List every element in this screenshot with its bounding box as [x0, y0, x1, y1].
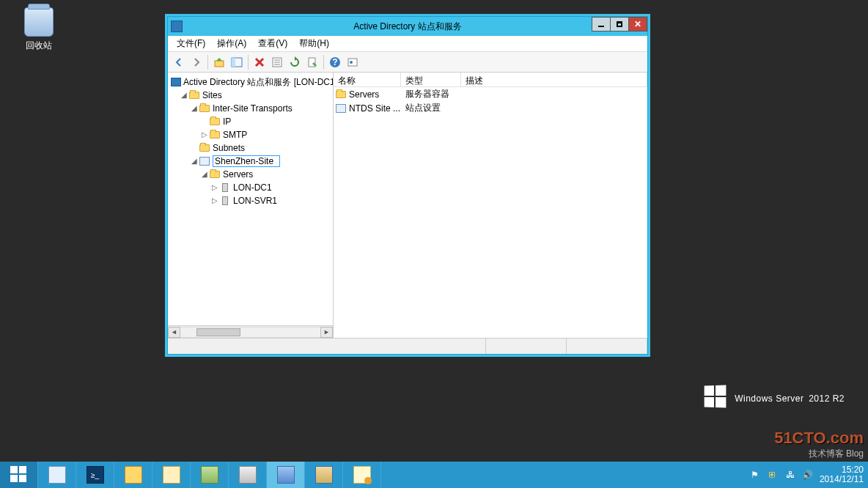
column-desc[interactable]: 描述	[461, 73, 647, 86]
show-hide-tree-button[interactable]	[229, 54, 245, 70]
tree-root[interactable]: Active Directory 站点和服务 [LON-DC1.ad	[169, 75, 333, 89]
branding-text: Windows Server 2012 R2	[735, 387, 845, 406]
titlebar[interactable]: Active Directory 站点和服务 ✕	[168, 17, 647, 36]
recycle-bin-icon	[24, 7, 54, 37]
tree-smtp[interactable]: ▷ SMTP	[169, 128, 333, 141]
taskbar-powershell[interactable]: ≥_	[76, 462, 114, 488]
column-name[interactable]: 名称	[334, 73, 401, 86]
taskbar-app-1[interactable]	[152, 462, 191, 488]
tree-shenzhen-site[interactable]: ◢	[169, 155, 333, 168]
tray-clock[interactable]: 15:20 2014/12/11	[820, 465, 864, 484]
list-body: Servers 服务器容器 NTDS Site ... 站点设置	[334, 87, 647, 338]
row-name: Servers	[349, 89, 379, 100]
forward-button[interactable]	[188, 54, 205, 70]
windows-server-branding: Windows Server 2012 R2	[704, 385, 845, 407]
window-title: Active Directory 站点和服务	[168, 21, 647, 33]
minimize-button[interactable]	[592, 17, 611, 32]
menu-action[interactable]: 操作(A)	[211, 35, 252, 52]
settings-button[interactable]	[345, 54, 361, 70]
menu-view[interactable]: 查看(V)	[252, 35, 293, 52]
tree-ip[interactable]: IP	[169, 115, 333, 128]
tree-lon-dc1[interactable]: ▷ LON-DC1	[169, 181, 333, 194]
tree-sites[interactable]: ◢ Sites	[169, 89, 333, 102]
taskbar-app-6[interactable]	[343, 462, 381, 488]
tree-pane[interactable]: Active Directory 站点和服务 [LON-DC1.ad ◢ Sit…	[168, 73, 334, 338]
watermark-line1: 51CTO.com	[774, 429, 864, 448]
status-section-1	[168, 339, 486, 354]
maximize-button[interactable]	[610, 17, 629, 32]
watermark-line2: 技术博客 Blog	[774, 448, 864, 460]
taskbar: ≥_ ⚑ ⛨ 🖧 🔊 15:20 2014/12/11	[0, 462, 868, 488]
tree-ip-label: IP	[223, 115, 231, 128]
tray-sound-icon[interactable]: 🔊	[802, 469, 814, 481]
tree-servers[interactable]: ◢ Servers	[169, 168, 333, 181]
taskbar-app-2[interactable]	[191, 462, 229, 488]
export-button[interactable]	[304, 54, 320, 70]
tree-subnets-label: Subnets	[213, 141, 245, 155]
list-item[interactable]: NTDS Site ... 站点设置	[334, 101, 647, 115]
menubar: 文件(F) 操作(A) 查看(V) 帮助(H)	[168, 36, 647, 52]
scroll-thumb[interactable]	[196, 328, 240, 336]
scroll-left-button[interactable]: ◄	[168, 327, 180, 338]
desktop-icon-recycle-bin[interactable]: 回收站	[13, 7, 65, 52]
refresh-button[interactable]	[287, 54, 303, 70]
tree-root-label: Active Directory 站点和服务 [LON-DC1.ad	[183, 75, 334, 89]
toolbar: ?	[168, 52, 647, 73]
network-icon	[239, 466, 257, 484]
scroll-track[interactable]	[180, 327, 320, 338]
rename-input[interactable]	[213, 155, 280, 167]
column-type[interactable]: 类型	[401, 73, 461, 86]
menu-help[interactable]: 帮助(H)	[293, 35, 335, 52]
row-name: NTDS Site ...	[349, 103, 400, 114]
tree-dc1-label: LON-DC1	[233, 181, 272, 194]
powershell-icon: ≥_	[87, 466, 104, 484]
svg-point-11	[350, 61, 353, 64]
tree-svr1-label: LON-SVR1	[233, 194, 277, 207]
explorer-icon	[125, 466, 142, 484]
up-button[interactable]	[211, 54, 227, 70]
scroll-right-button[interactable]: ►	[320, 327, 333, 338]
windows-logo-icon	[705, 385, 727, 407]
tool-icon	[163, 466, 180, 484]
back-button[interactable]	[171, 54, 187, 70]
tray-network-icon[interactable]: 🖧	[784, 469, 796, 481]
start-button[interactable]	[0, 462, 38, 488]
svg-rect-0	[215, 61, 224, 67]
folder-icon	[189, 92, 199, 99]
watermark: 51CTO.com 技术博客 Blog	[774, 429, 864, 460]
notes-icon	[353, 466, 371, 484]
taskbar-ad-sites[interactable]	[267, 462, 305, 488]
site-icon	[199, 157, 210, 166]
app-icon	[171, 21, 183, 32]
list-item[interactable]: Servers 服务器容器	[334, 87, 647, 101]
tree-hscrollbar[interactable]: ◄ ►	[168, 325, 333, 338]
taskbar-server-manager[interactable]	[38, 462, 76, 488]
folder-icon	[210, 171, 220, 178]
svg-text:?: ?	[332, 57, 337, 67]
help-button[interactable]: ?	[327, 54, 343, 70]
list-pane[interactable]: 名称 类型 描述 Servers 服务器容器 NTDS Site ... 站点设…	[334, 73, 647, 338]
folder-icon	[210, 118, 220, 125]
tray-date-label: 2014/12/11	[820, 475, 864, 484]
tree-subnets[interactable]: Subnets	[169, 141, 333, 155]
row-type: 服务器容器	[401, 88, 461, 100]
tray-flag-icon[interactable]: ⚑	[749, 469, 761, 481]
properties-button[interactable]	[269, 54, 285, 70]
tree-servers-label: Servers	[223, 168, 253, 181]
delete-button[interactable]	[251, 54, 268, 70]
tree-inter-site-label: Inter-Site Transports	[213, 102, 293, 115]
taskbar-explorer[interactable]	[114, 462, 152, 488]
server-manager-icon	[48, 466, 66, 484]
list-headers: 名称 类型 描述	[334, 73, 647, 87]
tree-inter-site-transports[interactable]: ◢ Inter-Site Transports	[169, 102, 333, 115]
tray-shield-icon[interactable]: ⛨	[767, 469, 779, 481]
close-button[interactable]: ✕	[628, 17, 647, 32]
taskbar-app-3[interactable]	[229, 462, 267, 488]
menu-file[interactable]: 文件(F)	[171, 35, 211, 52]
row-type: 站点设置	[401, 102, 461, 114]
taskbar-app-5[interactable]	[305, 462, 343, 488]
mmc-icon	[277, 466, 295, 484]
folder-icon	[199, 144, 210, 152]
tree-lon-svr1[interactable]: ▷ LON-SVR1	[169, 194, 333, 207]
status-section-2	[486, 339, 567, 354]
